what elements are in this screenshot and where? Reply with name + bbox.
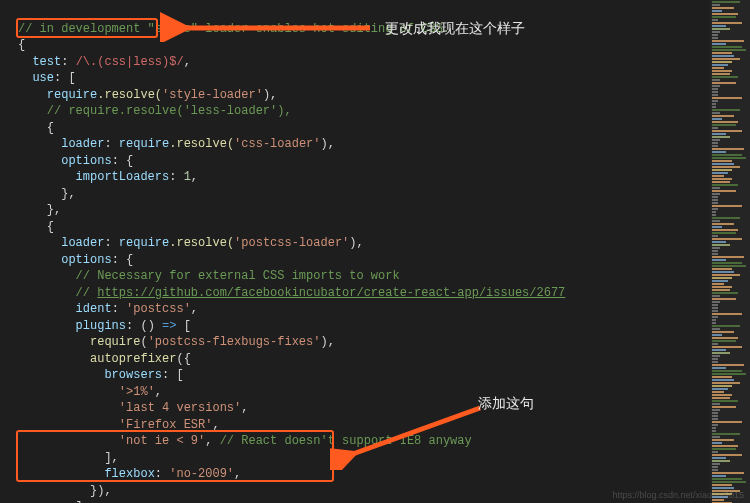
- minimap-line: [712, 421, 742, 423]
- minimap-line: [712, 427, 716, 429]
- minimap-line: [712, 25, 726, 27]
- code-func: .resolve(: [97, 88, 162, 102]
- minimap-line: [712, 346, 742, 348]
- minimap-line: [712, 463, 720, 465]
- minimap-line: [712, 46, 742, 48]
- minimap-line: [712, 391, 724, 393]
- minimap-line: [712, 223, 734, 225]
- code-ident: require: [47, 88, 97, 102]
- minimap-line: [712, 22, 742, 24]
- minimap-line: [712, 286, 732, 288]
- code-key: loader: [61, 137, 104, 151]
- code-string: 'css-loader': [234, 137, 320, 151]
- annotation-top: 更改成我现在这个样子: [385, 20, 525, 38]
- minimap-line: [712, 214, 716, 216]
- minimap-line: [712, 358, 718, 360]
- minimap-line: [712, 160, 732, 162]
- minimap-line: [712, 448, 736, 450]
- minimap-line: [712, 43, 726, 45]
- minimap-line: [712, 322, 716, 324]
- minimap-line: [712, 355, 720, 357]
- minimap-line: [712, 238, 742, 240]
- minimap-line: [712, 295, 720, 297]
- minimap-line: [712, 247, 720, 249]
- minimap-line: [712, 169, 732, 171]
- minimap-line: [712, 292, 738, 294]
- minimap-line: [712, 469, 718, 471]
- code-number: 1: [184, 170, 191, 184]
- minimap-line: [712, 382, 740, 384]
- minimap-line: [712, 388, 728, 390]
- minimap-line: [712, 184, 738, 186]
- minimap-line: [712, 163, 734, 165]
- minimap-line: [712, 151, 726, 153]
- minimap-line: [712, 430, 716, 432]
- minimap-line: [712, 40, 744, 42]
- minimap-line: [712, 136, 730, 138]
- minimap-line: [712, 484, 732, 486]
- minimap-line: [712, 325, 740, 327]
- code-comment: // https://github.com/facebookincubator/…: [76, 286, 566, 300]
- minimap-line: [712, 310, 718, 312]
- code-key: importLoaders: [76, 170, 170, 184]
- minimap-line: [712, 88, 718, 90]
- minimap-line: [712, 451, 718, 453]
- minimap-line: [712, 133, 726, 135]
- minimap-line: [712, 301, 720, 303]
- minimap-line: [712, 454, 742, 456]
- minimap-line: [712, 109, 740, 111]
- minimap-line: [712, 481, 746, 483]
- minimap-line: [712, 49, 746, 51]
- minimap-line: [712, 319, 716, 321]
- minimap-line: [712, 97, 742, 99]
- code-editor[interactable]: // in development "style" loader enables…: [0, 0, 710, 503]
- minimap-line: [712, 304, 718, 306]
- minimap-line: [712, 121, 738, 123]
- minimap-line: [712, 4, 720, 6]
- minimap-line: [712, 229, 738, 231]
- code-key: test: [32, 55, 61, 69]
- minimap-line: [712, 157, 746, 159]
- minimap-line: [712, 64, 728, 66]
- minimap-line: [712, 202, 718, 204]
- minimap-line: [712, 265, 746, 267]
- minimap-line: [712, 340, 736, 342]
- minimap-line: [712, 334, 722, 336]
- minimap-line: [712, 250, 718, 252]
- minimap-line: [712, 277, 732, 279]
- code-brace: {: [18, 38, 25, 52]
- minimap-line: [712, 58, 740, 60]
- minimap-line: [712, 268, 732, 270]
- minimap-line: [712, 232, 736, 234]
- minimap-line: [712, 475, 726, 477]
- minimap-line: [712, 244, 730, 246]
- minimap-line: [712, 235, 718, 237]
- minimap-line: [712, 466, 718, 468]
- minimap-line: [712, 61, 732, 63]
- minimap-line: [712, 256, 744, 258]
- minimap-line: [712, 115, 734, 117]
- minimap-line: [712, 457, 726, 459]
- minimap-line: [712, 220, 720, 222]
- minimap-line: [712, 418, 718, 420]
- minimap-line: [712, 52, 732, 54]
- code-comment: // require.resolve('less-loader'),: [47, 104, 292, 118]
- minimap-line: [712, 118, 722, 120]
- minimap-line: [712, 112, 720, 114]
- minimap-line: [712, 142, 718, 144]
- minimap-line: [712, 16, 736, 18]
- minimap-line: [712, 343, 718, 345]
- minimap-line: [712, 283, 724, 285]
- minimap-line: [712, 394, 732, 396]
- minimap-line: [712, 403, 720, 405]
- minimap-line: [712, 370, 742, 372]
- minimap-line: [712, 472, 744, 474]
- minimap-line: [712, 127, 718, 129]
- minimap-line: [712, 13, 738, 15]
- minimap[interactable]: [710, 0, 750, 503]
- minimap-line: [712, 55, 734, 57]
- code-url[interactable]: https://github.com/facebookincubator/cre…: [97, 286, 565, 300]
- minimap-line: [712, 190, 736, 192]
- minimap-line: [712, 154, 742, 156]
- minimap-line: [712, 205, 742, 207]
